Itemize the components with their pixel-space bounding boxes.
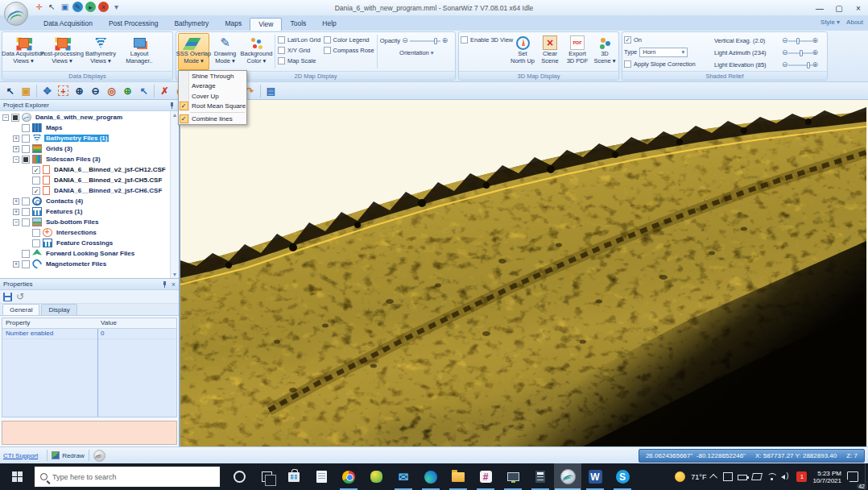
style-menu[interactable]: Style ▾ bbox=[820, 19, 840, 26]
tree-checkbox[interactable] bbox=[22, 250, 30, 258]
slider-track[interactable] bbox=[788, 40, 812, 42]
menu-item-combine-lines[interactable]: ✓Combine lines bbox=[179, 114, 246, 124]
tab-general[interactable]: General bbox=[2, 304, 39, 315]
slider-light-elevation-85[interactable]: Light Elevation (85)⊖⊕ bbox=[714, 60, 818, 70]
decrease-button[interactable]: ⊖ bbox=[782, 37, 788, 44]
background-color-button[interactable]: BackgroundColor ▾ bbox=[241, 33, 272, 70]
slider-knob[interactable] bbox=[807, 62, 810, 69]
taskbar-notepad-button[interactable] bbox=[308, 463, 335, 490]
expander-icon[interactable]: + bbox=[13, 198, 19, 205]
map-viewport[interactable] bbox=[180, 100, 868, 446]
taskbar-calculator-button[interactable] bbox=[527, 463, 554, 490]
taskbar-mail-button[interactable]: ✉ bbox=[390, 463, 417, 490]
3d-scene-button[interactable]: 3DScene ▾ bbox=[591, 33, 618, 70]
about-menu[interactable]: About bbox=[846, 19, 863, 26]
opacity-increase-button[interactable]: ⊕ bbox=[442, 37, 448, 44]
sss-overlap-mode-button[interactable]: SSS OverlapMode ▾ bbox=[178, 33, 209, 70]
taskbar-sonarwiz-button[interactable] bbox=[554, 463, 581, 490]
wifi-icon[interactable] bbox=[767, 473, 776, 480]
taskbar-file-explorer-button[interactable] bbox=[444, 463, 472, 490]
tree-item-feature-crossings[interactable]: Feature Crossings bbox=[0, 238, 170, 248]
menu-item-root-mean-square[interactable]: ✓Root Mean Square bbox=[179, 102, 246, 112]
layout-panels-button[interactable]: ▤ bbox=[263, 83, 279, 98]
expander-icon[interactable]: + bbox=[13, 209, 19, 215]
slider-knob[interactable] bbox=[800, 50, 803, 56]
zoom-extents-button[interactable]: ⊕ bbox=[120, 83, 135, 98]
export-3d-pdf-button[interactable]: Export3D PDF bbox=[564, 33, 591, 70]
tree-checkbox[interactable] bbox=[11, 114, 19, 122]
tree-item-dania-6-binned-v2-jsf-ch5-csf[interactable]: DANIA_6__Binned_v2_jsf-CH5.CSF bbox=[0, 175, 170, 185]
revert-icon[interactable]: ↺ bbox=[16, 293, 24, 301]
pin-icon[interactable] bbox=[161, 280, 168, 289]
tree-item-sidescan-files-3[interactable]: −Sidescan Files (3) bbox=[0, 154, 170, 164]
window-icon[interactable] bbox=[723, 472, 733, 481]
tab-post-processing[interactable]: Post Processing bbox=[101, 18, 166, 31]
taskbar-store-button[interactable] bbox=[280, 463, 308, 490]
tree-checkbox[interactable] bbox=[22, 124, 30, 132]
tab-data-acquisition[interactable]: Data Acquisition bbox=[35, 18, 101, 31]
slider-light-azimuth-234[interactable]: Light Azimuth (234)⊖⊕ bbox=[714, 48, 818, 58]
expander-icon[interactable]: − bbox=[13, 219, 19, 226]
set-north-up-button[interactable]: SetNorth Up bbox=[509, 33, 536, 70]
temperature-value[interactable]: 71°F bbox=[691, 473, 706, 481]
tree-item-features-1[interactable]: +Features (1) bbox=[0, 206, 170, 217]
tree-item-magnetometer-files[interactable]: +Magnetometer Files bbox=[0, 259, 170, 269]
checkbox-color-legend[interactable]: Color Legend bbox=[324, 35, 374, 45]
checkbox-x-y-grid[interactable]: X/Y Grid bbox=[278, 45, 324, 56]
expander-icon[interactable]: + bbox=[13, 261, 19, 268]
checkbox-lat-lon-grid[interactable]: Lat/Lon Grid bbox=[278, 35, 324, 45]
minimize-button[interactable]: — bbox=[810, 0, 829, 16]
tree-checkbox[interactable] bbox=[22, 260, 30, 268]
post-processing-views-button[interactable]: Post-processingViews ▾ bbox=[43, 33, 81, 70]
cti-support-link[interactable]: CTI Support bbox=[3, 452, 38, 459]
tree-scrollbar[interactable]: ▲ ▼ bbox=[170, 111, 179, 278]
tree-checkbox[interactable] bbox=[32, 239, 40, 247]
scroll-down-icon[interactable]: ▼ bbox=[172, 271, 178, 278]
slider-track[interactable] bbox=[788, 52, 812, 54]
weather-sunny-icon[interactable] bbox=[675, 471, 685, 482]
decrease-button[interactable]: ⊖ bbox=[782, 61, 788, 69]
copy-button[interactable]: ▣ bbox=[19, 83, 34, 98]
search-input[interactable] bbox=[52, 473, 197, 481]
tab-maps[interactable]: Maps bbox=[217, 18, 250, 31]
decrease-button[interactable]: ⊖ bbox=[782, 49, 788, 56]
tree-checkbox[interactable] bbox=[22, 218, 30, 226]
tree-item-forward-looking-sonar-files[interactable]: Forward Looking Sonar Files bbox=[0, 248, 170, 259]
menu-item-average[interactable]: Average bbox=[179, 81, 246, 92]
tab-view[interactable]: View bbox=[250, 18, 282, 31]
tree-item-bathymetry-files-1[interactable]: +Bathymetry Files (1) bbox=[0, 133, 170, 143]
tree-item-intersections[interactable]: Intersections bbox=[0, 227, 170, 238]
tree-checkbox[interactable]: ✓ bbox=[32, 166, 40, 174]
expander-icon[interactable]: + bbox=[13, 135, 19, 142]
tree-item-contacts-4[interactable]: +Contacts (4) bbox=[0, 196, 170, 206]
opacity-decrease-button[interactable]: ⊖ bbox=[402, 37, 408, 44]
taskbar-chrome-button[interactable] bbox=[335, 463, 362, 490]
menu-item-shine-through[interactable]: Shine Through bbox=[179, 71, 246, 81]
save-icon[interactable]: ▣ bbox=[60, 2, 70, 12]
taskbar-skype-button[interactable]: S bbox=[609, 463, 636, 490]
tab-bathymetry[interactable]: Bathymetry bbox=[166, 18, 217, 31]
toolbar-options-icon[interactable]: ▾ bbox=[111, 2, 122, 12]
expander-icon[interactable]: − bbox=[2, 114, 9, 121]
zoom-out-button[interactable]: ⊖ bbox=[88, 83, 103, 98]
pan-hand-button[interactable]: ✥ bbox=[39, 83, 55, 98]
tab-display[interactable]: Display bbox=[41, 304, 76, 315]
zoom-world-button[interactable]: ◎ bbox=[104, 83, 119, 98]
select-cursor-button[interactable]: ↖ bbox=[2, 83, 18, 98]
query-cursor-button[interactable]: ↖ bbox=[136, 83, 151, 98]
tree-checkbox[interactable] bbox=[32, 229, 40, 237]
start-button[interactable] bbox=[0, 463, 34, 490]
tree-item-dania-6-binned-v2-jsf-ch12-csf[interactable]: ✓DANIA_6__Binned_v2_jsf-CH12.CSF bbox=[0, 164, 170, 175]
taskbar-word-button[interactable]: W bbox=[581, 463, 609, 490]
center-target-button[interactable]: + bbox=[56, 83, 71, 98]
expander-icon[interactable]: − bbox=[13, 156, 19, 163]
redraw-button[interactable]: Redraw bbox=[62, 452, 85, 459]
alert-badge-icon[interactable]: 1 bbox=[796, 471, 807, 482]
slider-track[interactable] bbox=[788, 64, 812, 66]
battery-icon[interactable] bbox=[738, 475, 747, 480]
expander-icon[interactable]: + bbox=[13, 146, 19, 152]
tree-checkbox[interactable] bbox=[22, 156, 30, 164]
layout-manager-button[interactable]: LayoutManager.. bbox=[120, 33, 159, 70]
close-button[interactable]: × bbox=[849, 0, 868, 16]
shading-type-select[interactable]: Horn▾ bbox=[639, 48, 688, 57]
